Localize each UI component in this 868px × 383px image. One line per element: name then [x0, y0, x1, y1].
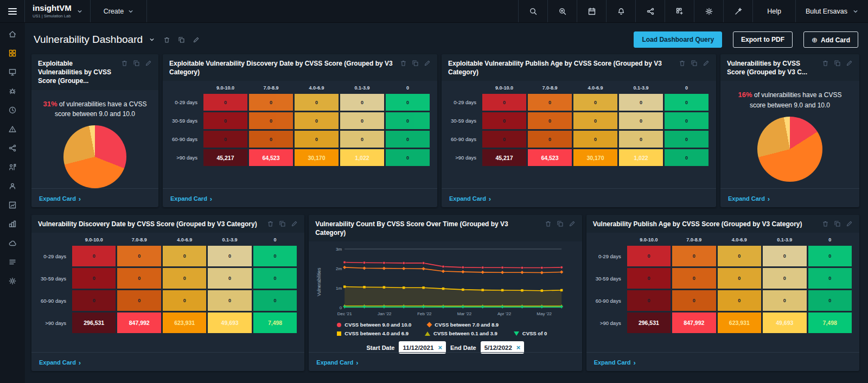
- card-edit-icon[interactable]: [291, 220, 298, 227]
- containers-icon: [8, 220, 17, 230]
- hamburger-menu-button[interactable]: [0, 0, 25, 22]
- help-button[interactable]: Help: [752, 0, 795, 22]
- heatmap-row-label: 30-59 days: [170, 112, 202, 129]
- sidebar-item-assets[interactable]: [4, 66, 21, 80]
- topbar-calendar-button[interactable]: [577, 0, 606, 22]
- sidebar-item-queries[interactable]: [4, 256, 21, 270]
- card-edit-icon[interactable]: [145, 60, 152, 67]
- topbar-notifications-button[interactable]: [606, 0, 635, 22]
- legend-item: CVSS between 7.0 and 8.9: [427, 322, 499, 328]
- card-copy-icon[interactable]: [133, 60, 140, 67]
- topbar-query-button[interactable]: [547, 0, 577, 22]
- heatmap-cell: 0: [208, 246, 251, 266]
- sidebar-item-settings[interactable]: [4, 275, 21, 289]
- heatmap-cell: 45,217: [482, 149, 526, 166]
- card-delete-icon[interactable]: [822, 220, 829, 227]
- card-copy-icon[interactable]: [691, 60, 698, 67]
- svg-text:May '22: May '22: [537, 311, 552, 316]
- export-to-pdf-button[interactable]: Export to PDF: [733, 31, 793, 48]
- vulnerabilities-icon: [8, 87, 17, 97]
- user-menu-button[interactable]: Bulut Ersavas: [795, 0, 868, 22]
- sidebar-item-automation[interactable]: [4, 142, 21, 156]
- add-card-button[interactable]: ⊕Add Card: [803, 31, 858, 48]
- top-navbar: insightVM US1 | Simulation Lab Create He…: [0, 0, 868, 23]
- card-delete-icon[interactable]: [267, 220, 274, 227]
- create-button[interactable]: Create: [90, 0, 148, 22]
- sidebar-item-reports[interactable]: [4, 199, 21, 213]
- expand-card-link[interactable]: Expand Card›: [728, 195, 770, 202]
- card-edit-icon[interactable]: [846, 60, 853, 67]
- card-edit-icon[interactable]: [703, 60, 710, 67]
- brand-chevron-down-icon: [77, 9, 82, 14]
- sidebar-item-users[interactable]: [4, 180, 21, 194]
- sidebar-item-dashboards[interactable]: [4, 47, 21, 61]
- heatmap-cell: 0: [482, 112, 526, 129]
- sidebar-item-vulnerabilities[interactable]: [4, 85, 21, 99]
- card-title: Exploitable Vulnerability Discovery Date…: [169, 59, 395, 76]
- card-copy-icon[interactable]: [557, 220, 564, 227]
- topbar-search-button[interactable]: [518, 0, 547, 22]
- heatmap-cell: 0: [253, 268, 297, 289]
- heatmap-cell: 64,523: [249, 149, 293, 166]
- card-actions: [679, 59, 710, 67]
- home-icon: [8, 30, 17, 40]
- heatmap-cell: 0: [528, 112, 572, 129]
- sidebar-item-containers[interactable]: [4, 218, 21, 232]
- edit-dashboard-icon[interactable]: [193, 36, 200, 43]
- sidebar-item-remediations[interactable]: [4, 123, 21, 137]
- sidebar-item-cloud[interactable]: [4, 237, 21, 251]
- dashboard-switcher-chevron[interactable]: [148, 35, 156, 45]
- card-header: Exploitable Vulnerability Publish Age by…: [442, 54, 716, 81]
- topbar-tools-button[interactable]: [723, 0, 752, 22]
- card-delete-icon[interactable]: [400, 60, 407, 67]
- delete-dashboard-icon[interactable]: [163, 36, 170, 43]
- card-copy-icon[interactable]: [412, 60, 419, 67]
- card-copy-icon[interactable]: [834, 220, 841, 227]
- settings-icon: [705, 7, 713, 16]
- topbar-automation-button[interactable]: [635, 0, 665, 22]
- expand-card-link[interactable]: Expand Card›: [170, 195, 212, 202]
- heatmap-cell: 7,498: [808, 312, 852, 333]
- clear-end-date-icon[interactable]: ×: [516, 344, 521, 351]
- expand-card-link[interactable]: Expand Card›: [594, 359, 636, 366]
- clear-start-date-icon[interactable]: ×: [438, 344, 442, 351]
- card-delete-icon[interactable]: [545, 220, 552, 227]
- card-actions: [822, 220, 853, 227]
- sidebar-item-policies[interactable]: [4, 104, 21, 118]
- load-dashboard-query-button[interactable]: Load Dashboard Query: [634, 31, 722, 48]
- topbar-apps-button[interactable]: [665, 0, 694, 22]
- expand-card-link[interactable]: Expand Card›: [316, 359, 358, 366]
- chevron-right-icon: ›: [634, 359, 636, 366]
- card-actions: [545, 220, 576, 227]
- heatmap-column-header: 9.0-10.0: [627, 237, 671, 244]
- heatmap-cell: 0: [117, 290, 161, 311]
- card-body: 31% of vulnerabilities have a CVSS score…: [31, 90, 158, 188]
- card-delete-icon[interactable]: [679, 60, 686, 67]
- expand-card-link[interactable]: Expand Card›: [39, 359, 81, 366]
- cards-row-2: Vulnerability Discovery Date by CVSS Sco…: [31, 215, 859, 371]
- heatmap-row-label: 0-29 days: [594, 246, 626, 266]
- stat-text: 16% of vulnerabilities have a CVSS score…: [730, 90, 850, 110]
- expand-card-label: Expand Card: [170, 195, 207, 202]
- expand-card-link[interactable]: Expand Card›: [449, 195, 491, 202]
- card-edit-icon[interactable]: [424, 60, 431, 67]
- card-copy-icon[interactable]: [834, 60, 841, 67]
- expand-card-link[interactable]: Expand Card›: [39, 195, 81, 202]
- card-edit-icon[interactable]: [569, 220, 576, 227]
- chart-legend: CVSS between 9.0 and 10.0CVSS between 7.…: [337, 322, 575, 336]
- topbar-settings-button[interactable]: [694, 0, 723, 22]
- card-edit-icon[interactable]: [846, 220, 853, 227]
- calendar-icon: [588, 7, 596, 16]
- heatmap-cell: 0: [573, 94, 617, 111]
- card-copy-icon[interactable]: [279, 220, 286, 227]
- duplicate-dashboard-icon[interactable]: [178, 36, 185, 43]
- heatmap-cell: 0: [386, 131, 430, 148]
- legend-item: CVSS between 0.1 and 3.9: [425, 330, 497, 336]
- sidebar-item-goals[interactable]: [4, 161, 21, 175]
- chevron-down-icon: [149, 36, 155, 44]
- card-delete-icon[interactable]: [121, 60, 128, 67]
- brand[interactable]: insightVM US1 | Simulation Lab: [25, 0, 90, 22]
- card-delete-icon[interactable]: [822, 60, 829, 67]
- sidebar-item-home[interactable]: [4, 28, 21, 42]
- heatmap-column-header: 7.0-8.9: [672, 237, 716, 244]
